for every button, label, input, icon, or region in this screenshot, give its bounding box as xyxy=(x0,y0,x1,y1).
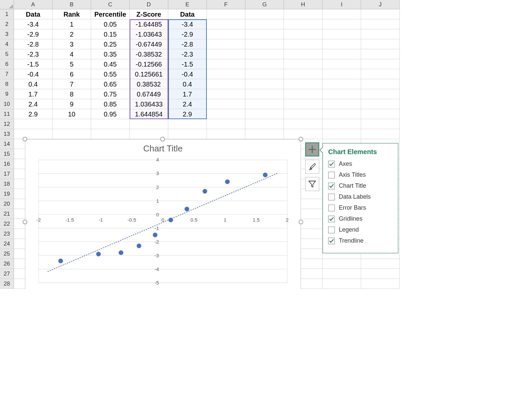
cell-I13[interactable] xyxy=(323,129,361,139)
cell-J9[interactable] xyxy=(361,89,400,99)
cell-J6[interactable] xyxy=(361,59,400,69)
cell-F13[interactable] xyxy=(207,129,245,139)
cell-H2[interactable] xyxy=(284,19,323,29)
plot-area[interactable]: -2-1.5-1-0.500.511.52-5-4-3-2-112340 xyxy=(35,156,291,289)
resize-handle-e[interactable] xyxy=(299,220,303,224)
cell-F10[interactable] xyxy=(207,99,245,109)
column-header-b[interactable]: B xyxy=(53,0,91,9)
cell-C12[interactable] xyxy=(91,119,130,129)
cell-C7[interactable]: 0.55 xyxy=(91,69,130,79)
resize-handle-n[interactable] xyxy=(160,137,165,141)
cell-J10[interactable] xyxy=(361,99,400,109)
chart-element-option-legend[interactable]: Legend xyxy=(328,226,393,233)
cell-J5[interactable] xyxy=(361,49,400,59)
cell-A7[interactable]: -0.4 xyxy=(14,69,53,79)
cell-B6[interactable]: 5 xyxy=(53,59,91,69)
column-header-e[interactable]: E xyxy=(168,0,207,9)
cell-I2[interactable] xyxy=(323,19,361,29)
cell-B5[interactable]: 4 xyxy=(53,49,91,59)
cell-G1[interactable] xyxy=(245,9,284,19)
cell-H8[interactable] xyxy=(284,79,323,89)
cell-J1[interactable] xyxy=(361,9,400,19)
column-header-c[interactable]: C xyxy=(91,0,130,9)
cell-E4[interactable]: -2.8 xyxy=(168,39,207,49)
cell-J7[interactable] xyxy=(361,69,400,79)
cell-B8[interactable]: 7 xyxy=(53,79,91,89)
cell-J26[interactable] xyxy=(361,259,400,269)
cell-I27[interactable] xyxy=(323,269,361,279)
cell-F4[interactable] xyxy=(207,39,245,49)
checkbox-icon[interactable] xyxy=(328,183,335,189)
row-header-5[interactable]: 5 xyxy=(0,49,14,59)
row-header-8[interactable]: 8 xyxy=(0,79,14,89)
column-header-h[interactable]: H xyxy=(284,0,323,9)
row-header-15[interactable]: 15 xyxy=(0,149,14,159)
cell-B1[interactable]: Rank xyxy=(53,9,91,19)
cell-A13[interactable] xyxy=(14,129,53,139)
row-header-27[interactable]: 27 xyxy=(0,269,14,279)
row-header-28[interactable]: 28 xyxy=(0,279,14,289)
cell-D1[interactable]: Z-Score xyxy=(130,9,168,19)
resize-handle-w[interactable] xyxy=(23,220,27,224)
chart-element-option-data-labels[interactable]: Data Labels xyxy=(328,193,393,200)
cell-I5[interactable] xyxy=(323,49,361,59)
column-header-a[interactable]: A xyxy=(14,0,53,9)
row-header-19[interactable]: 19 xyxy=(0,189,14,199)
cell-G3[interactable] xyxy=(245,29,284,39)
cell-D4[interactable]: -0.67449 xyxy=(130,39,168,49)
cell-B4[interactable]: 3 xyxy=(53,39,91,49)
cell-I9[interactable] xyxy=(323,89,361,99)
chart-elements-button[interactable] xyxy=(305,142,319,156)
checkbox-icon[interactable] xyxy=(328,194,335,200)
cell-J28[interactable] xyxy=(361,279,400,289)
chart-styles-button[interactable] xyxy=(305,160,319,174)
cell-I28[interactable] xyxy=(323,279,361,289)
embedded-chart[interactable]: Chart Title -2-1.5-1-0.500.511.52-5-4-3-… xyxy=(25,139,301,289)
row-header-21[interactable]: 21 xyxy=(0,209,14,219)
cell-I12[interactable] xyxy=(323,119,361,129)
cell-D8[interactable]: 0.38532 xyxy=(130,79,168,89)
row-header-24[interactable]: 24 xyxy=(0,239,14,249)
cell-C1[interactable]: Percentile xyxy=(91,9,130,19)
cell-E8[interactable]: 0.4 xyxy=(168,79,207,89)
chart-element-option-error-bars[interactable]: Error Bars xyxy=(328,204,393,211)
row-header-3[interactable]: 3 xyxy=(0,29,14,39)
column-header-g[interactable]: G xyxy=(245,0,284,9)
cell-A11[interactable]: 2.9 xyxy=(14,109,53,119)
cell-H4[interactable] xyxy=(284,39,323,49)
cell-G7[interactable] xyxy=(245,69,284,79)
cell-E11[interactable]: 2.9 xyxy=(168,109,207,119)
cell-E3[interactable]: -2.9 xyxy=(168,29,207,39)
row-header-20[interactable]: 20 xyxy=(0,199,14,209)
cell-B3[interactable]: 2 xyxy=(53,29,91,39)
cell-F1[interactable] xyxy=(207,9,245,19)
cell-C9[interactable]: 0.75 xyxy=(91,89,130,99)
cell-H5[interactable] xyxy=(284,49,323,59)
cell-I4[interactable] xyxy=(323,39,361,49)
cell-F5[interactable] xyxy=(207,49,245,59)
cell-E9[interactable]: 1.7 xyxy=(168,89,207,99)
cell-I6[interactable] xyxy=(323,59,361,69)
row-header-6[interactable]: 6 xyxy=(0,59,14,69)
cell-D6[interactable]: -0.12566 xyxy=(130,59,168,69)
cell-D9[interactable]: 0.67449 xyxy=(130,89,168,99)
column-header-j[interactable]: J xyxy=(361,0,400,9)
resize-handle-ne[interactable] xyxy=(299,137,303,141)
cell-A3[interactable]: -2.9 xyxy=(14,29,53,39)
row-header-12[interactable]: 12 xyxy=(0,119,14,129)
chart-element-option-chart-title[interactable]: Chart Title xyxy=(328,182,393,189)
cell-E1[interactable]: Data xyxy=(168,9,207,19)
row-header-14[interactable]: 14 xyxy=(0,139,14,149)
cell-B11[interactable]: 10 xyxy=(53,109,91,119)
cell-F2[interactable] xyxy=(207,19,245,29)
cell-C13[interactable] xyxy=(91,129,130,139)
cell-G13[interactable] xyxy=(245,129,284,139)
cell-E12[interactable] xyxy=(168,119,207,129)
cell-E7[interactable]: -0.4 xyxy=(168,69,207,79)
cell-C4[interactable]: 0.25 xyxy=(91,39,130,49)
cell-G6[interactable] xyxy=(245,59,284,69)
row-header-4[interactable]: 4 xyxy=(0,39,14,49)
cell-B13[interactable] xyxy=(53,129,91,139)
cell-G4[interactable] xyxy=(245,39,284,49)
checkbox-icon[interactable] xyxy=(328,172,335,178)
